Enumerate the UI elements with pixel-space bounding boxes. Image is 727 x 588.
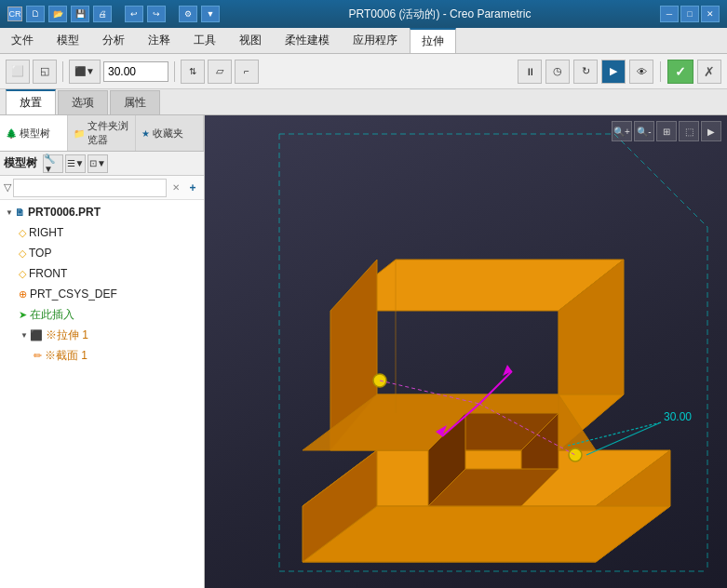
new-btn[interactable]: 🗋 [26,6,45,22]
vp-zoom-in-btn[interactable]: 🔍+ [612,121,632,141]
window-title: PRT0006 (活动的) - Creo Parametric [220,7,660,22]
flip-btn[interactable]: ⇅ [181,60,205,84]
depth-input[interactable]: 30.00 [103,61,168,82]
tree-label-top: TOP [29,247,51,260]
panel-tabs: 🌲 模型树 📁 文件夹浏览器 ★ 收藏夹 [0,115,204,152]
csys-icon: ⊕ [19,288,27,301]
tree-label-root: PRT0006.PRT [28,206,101,219]
tree-item-front[interactable]: ◇ FRONT [0,263,204,284]
tab-options[interactable]: 选项 [58,90,108,114]
pause-btn[interactable]: ⏸ [518,60,542,84]
main-toolbar: ⬜ ◱ ⬛▼ 30.00 ⇅ ▱ ⌐ ⏸ ◷ ↻ ▶ 👁 ✓ ✗ [0,54,727,89]
minimize-btn[interactable]: ─ [660,6,679,22]
expand-root[interactable]: ▼ [4,207,15,218]
tree-label-extrude: ※拉伸 1 [46,327,88,343]
tree-settings-btn[interactable]: 🔧▼ [43,154,63,173]
panel-tab-folder-label: 文件夹浏览器 [88,119,129,147]
redo-btn[interactable]: ↪ [147,6,166,22]
panel-tab-favorites[interactable]: ★ 收藏夹 [136,115,204,151]
app-icon: CR [7,7,22,21]
menu-extrude[interactable]: 拉伸 [410,28,456,53]
vp-orient-btn[interactable]: ⬚ [679,121,699,141]
vp-more-btn[interactable]: ▶ [701,121,721,141]
title-bar-left: CR 🗋 📂 💾 🖨 ↩ ↪ ⚙ ▼ [7,6,220,22]
extrude-icon: ⬛ [30,329,43,341]
sep3 [660,61,661,82]
3d-model: 30.00 [205,115,727,588]
expand-extrude[interactable]: ▼ [19,329,30,341]
filter-input[interactable] [13,179,167,197]
panel-tab-folder[interactable]: 📁 文件夹浏览器 [68,115,136,151]
tree-item-section[interactable]: ✏ ※截面 1 [0,345,204,366]
plane-icon-right: ◇ [19,227,26,239]
menu-tools[interactable]: 工具 [182,28,228,53]
menu-view[interactable]: 视图 [228,28,274,53]
menu-annotation[interactable]: 注释 [137,28,182,53]
viewport-toolbar: 🔍+ 🔍- ⊞ ⬚ ▶ [612,121,721,141]
tree-icon: 🌲 [6,128,17,139]
tree-label-right: RIGHT [29,226,63,239]
menu-apps[interactable]: 应用程序 [342,28,410,53]
panel-tab-tree[interactable]: 🌲 模型树 [0,115,68,151]
tree-label-section: ※截面 1 [45,348,88,364]
title-bar: CR 🗋 📂 💾 🖨 ↩ ↪ ⚙ ▼ PRT0006 (活动的) - Creo … [0,0,727,28]
tree-filter-btn[interactable]: ⊡▼ [88,154,108,173]
sketch-btn[interactable]: ⬜ [6,60,30,84]
svg-marker-28 [503,365,512,376]
tree-label-insert: 在此插入 [30,307,74,323]
tree-item-csys[interactable]: ⊕ PRT_CSYS_DEF [0,284,204,304]
save-btn[interactable]: 💾 [71,6,89,22]
print-btn[interactable]: 🖨 [93,6,112,22]
vp-zoom-out-btn[interactable]: 🔍- [634,121,654,141]
plane-icon-top: ◇ [19,247,26,260]
svg-line-1 [614,134,707,227]
filter-add-btn[interactable]: + [185,180,200,195]
star-icon: ★ [141,128,150,139]
preview-btn1[interactable]: ◷ [545,60,570,84]
root-icon: 🗎 [15,207,25,218]
close-btn[interactable]: ✕ [701,6,720,22]
toolbar-right: ⏸ ◷ ↻ ▶ 👁 ✓ ✗ [518,60,721,84]
expand-btn[interactable]: ▼ [201,6,220,22]
vp-fit-btn[interactable]: ⊞ [656,121,677,141]
undo-btn[interactable]: ↩ [125,6,143,22]
tree-item-root[interactable]: ▼ 🗎 PRT0006.PRT [0,202,204,222]
filter-clear-btn[interactable]: ✕ [168,180,183,195]
main-content: 🌲 模型树 📁 文件夹浏览器 ★ 收藏夹 模型树 🔧▼ ☰▼ ⊡▼ ▽ ✕ + [0,115,727,588]
svg-text:30.00: 30.00 [664,410,692,423]
menu-model[interactable]: 模型 [46,28,91,53]
filter-row: ▽ ✕ + [0,176,204,200]
preview-btn2[interactable]: ↻ [573,60,598,84]
tree-item-right[interactable]: ◇ RIGHT [0,222,204,243]
menu-flexible[interactable]: 柔性建模 [274,28,342,53]
tools-btn[interactable]: ⚙ [179,6,197,22]
tree-view-btn[interactable]: ☰▼ [65,154,86,173]
maximize-btn[interactable]: □ [680,6,699,22]
open-btn[interactable]: 📂 [48,6,67,22]
shape-btn[interactable]: ◱ [33,60,57,84]
property-tabs: 放置 选项 属性 [0,89,727,115]
tab-place[interactable]: 放置 [6,89,56,114]
tree-label: 模型树 [4,155,37,171]
tree-item-top[interactable]: ◇ TOP [0,243,204,263]
viewport[interactable]: 30.00 🔍+ 🔍- ⊞ ⬚ ▶ [205,115,727,588]
material-btn[interactable]: ▱ [208,60,232,84]
options-btn[interactable]: ⌐ [235,60,259,84]
tree-item-extrude[interactable]: ▼ ⬛ ※拉伸 1 [0,325,204,345]
view-btn[interactable]: 👁 [629,60,653,84]
tree-item-insert[interactable]: ➤ 在此插入 [0,304,204,325]
sep1 [62,61,63,82]
menu-analysis[interactable]: 分析 [91,28,137,53]
confirm-button[interactable]: ✓ [667,60,693,84]
tab-properties[interactable]: 属性 [110,90,160,114]
panel-tab-tree-label: 模型树 [20,127,50,140]
cancel-button[interactable]: ✗ [697,60,721,84]
menu-bar: 文件 模型 分析 注释 工具 视图 柔性建模 应用程序 拉伸 [0,28,727,54]
preview-btn3[interactable]: ▶ [601,60,626,84]
tree-label-csys: PRT_CSYS_DEF [30,287,117,301]
depth-type-btn[interactable]: ⬛▼ [69,60,101,84]
section-icon: ✏ [34,350,42,362]
sep2 [174,61,175,82]
menu-file[interactable]: 文件 [0,28,46,53]
tree-content: ▼ 🗎 PRT0006.PRT ◇ RIGHT ◇ TOP ◇ FRONT ⊕ [0,200,204,588]
